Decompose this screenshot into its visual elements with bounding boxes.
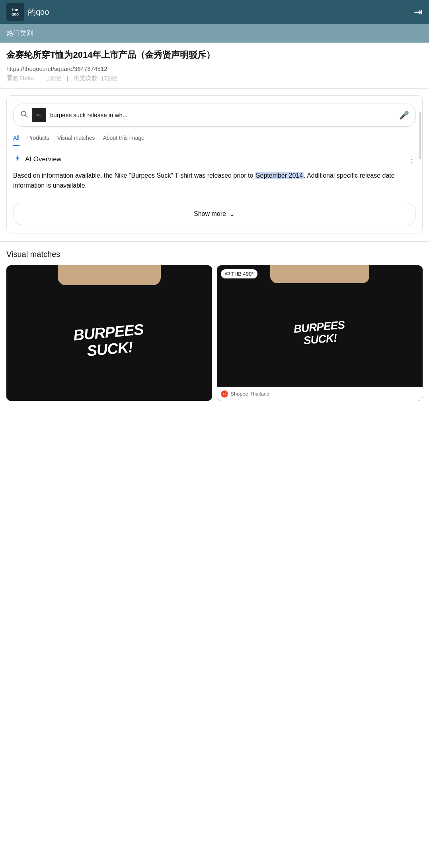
price-value: THB 490* — [231, 271, 254, 277]
ai-overview-label: AI Overview — [25, 155, 62, 163]
article-section: 金赛纶所穿T恤为2014年上市产品（金秀贤声明驳斥） https://theqo… — [0, 43, 429, 82]
ai-overview-text: Based on information available, the Nike… — [13, 170, 416, 191]
google-search-area: IMG burpees suck release in wh... 🎤 All … — [6, 95, 423, 233]
app-title: 的qoo — [28, 7, 49, 18]
search-icon — [20, 110, 28, 120]
card-2-image: 🏷 THB 490* BURPEES SUCK! — [217, 265, 423, 387]
image-grid: BURPEES SUCK! 🏷 THB 490* — [6, 265, 423, 401]
shopee-logo: S — [221, 390, 228, 398]
card-1-shirt-text: BURPEES SUCK! — [73, 321, 146, 361]
article-meta: 匿名 Deku ｜ 13:02 ｜ 浏览次数 17292 — [6, 74, 423, 82]
app-header: the qoo 的qoo ⇥ — [0, 0, 429, 24]
header-left: the qoo 的qoo — [6, 3, 49, 21]
visual-match-card-1[interactable]: BURPEES SUCK! — [6, 265, 212, 401]
article-author: 匿名 Deku — [6, 74, 34, 82]
search-thumbnail: IMG — [32, 108, 46, 122]
ai-highlighted-date: September 2014 — [255, 172, 304, 179]
article-views-label: 浏览次数 — [74, 74, 98, 82]
ai-overflow-menu-icon[interactable]: ⋮ — [408, 155, 416, 164]
article-url[interactable]: https://theqoo.net/square/3647874512 — [6, 65, 423, 72]
divider-1 — [0, 88, 429, 89]
search-tabs: All Products Visual matches About this i… — [13, 135, 416, 146]
price-tag-icon: 🏷 — [225, 271, 230, 276]
ai-text-before: Based on information available, the Nike… — [13, 172, 255, 179]
tab-about-image[interactable]: About this image — [103, 135, 144, 146]
app-logo: the qoo — [6, 3, 24, 21]
show-more-label: Show more — [194, 210, 226, 217]
article-views: 17292 — [101, 75, 117, 82]
chevron-down-icon: ⌄ — [229, 210, 235, 218]
card-2-footer: S Shopee Thailand — [217, 387, 423, 401]
price-badge: 🏷 THB 490* — [221, 269, 257, 278]
sub-header-label: 热门类别 — [6, 29, 33, 37]
visual-matches-title: Visual matches — [6, 250, 423, 259]
show-more-button[interactable]: Show more ⌄ — [13, 203, 416, 225]
sub-header: 热门类别 — [0, 24, 429, 43]
ai-overview-title-row: AI Overview — [13, 154, 62, 165]
meta-sep2: ｜ — [64, 74, 70, 82]
card-2-shirt-text: BURPEES SUCK! — [293, 319, 346, 348]
login-icon[interactable]: ⇥ — [414, 6, 423, 18]
search-bar[interactable]: IMG burpees suck release in wh... 🎤 — [13, 104, 416, 127]
voice-search-icon[interactable]: 🎤 — [399, 110, 409, 120]
card-2-footer-text: Shopee Thailand — [230, 391, 269, 397]
bottom-padding — [0, 401, 429, 417]
visual-matches-section: Visual matches BURPEES SUCK! — [0, 242, 429, 401]
tab-products[interactable]: Products — [27, 135, 49, 146]
search-query-text: burpees suck release in wh... — [50, 112, 395, 118]
article-title: 金赛纶所穿T恤为2014年上市产品（金秀贤声明驳斥） — [6, 49, 423, 61]
ai-overview-header: AI Overview ⋮ — [13, 154, 416, 165]
visual-match-card-2[interactable]: 🏷 THB 490* BURPEES SUCK! S — [217, 265, 423, 401]
tab-visual-matches[interactable]: Visual matches — [57, 135, 95, 146]
meta-sep1: ｜ — [37, 74, 43, 82]
svg-line-1 — [25, 116, 27, 118]
card-1-image: BURPEES SUCK! — [6, 265, 212, 401]
ai-star-icon — [13, 154, 22, 165]
tab-all[interactable]: All — [13, 135, 20, 146]
scrollbar[interactable] — [419, 112, 421, 159]
article-time: 13:02 — [46, 75, 61, 82]
